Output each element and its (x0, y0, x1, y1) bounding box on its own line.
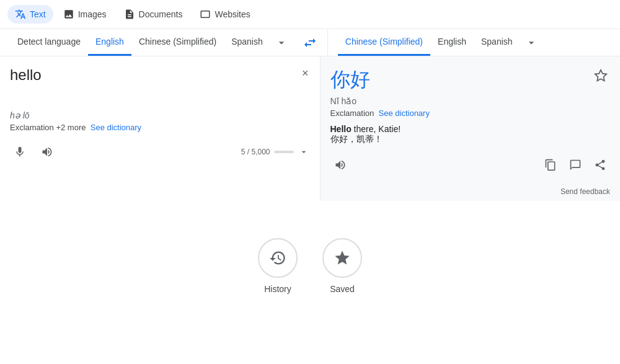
result-footer-actions (541, 155, 610, 175)
result-area: 你好 Nǐ hǎo Exclamation See dictionary Hel… (321, 56, 621, 201)
result-example: Hello there, Katie! (330, 124, 611, 134)
target-chinese-btn[interactable]: Chinese (Simplified) (338, 29, 430, 56)
result-pronunciation: Nǐ hǎo (330, 96, 611, 106)
source-english-btn[interactable]: English (88, 29, 131, 56)
document-icon (124, 9, 135, 20)
result-main-text: 你好 (330, 66, 370, 94)
source-more-btn[interactable] (298, 146, 310, 158)
tab-images[interactable]: Images (56, 5, 114, 24)
detect-lang-btn[interactable]: Detect language (10, 29, 88, 56)
result-meta: Exclamation See dictionary (330, 109, 611, 118)
result-example-zh: 你好，凯蒂！ (330, 134, 611, 145)
source-footer: 5 / 5,000 (10, 142, 310, 162)
history-item[interactable]: History (258, 238, 298, 294)
history-circle (258, 238, 298, 278)
tab-websites-label: Websites (215, 9, 250, 19)
history-label: History (264, 284, 291, 294)
tab-websites[interactable]: Websites (192, 5, 257, 24)
source-panel: hello × hə lō Exclamation +2 more See di… (0, 56, 321, 201)
send-feedback-link[interactable]: Send feedback (321, 185, 621, 201)
saved-label: Saved (330, 284, 355, 294)
language-bar: Detect language English Chinese (Simplif… (0, 29, 620, 56)
source-pronunciation: hə lō (10, 110, 310, 120)
source-chinese-btn[interactable]: Chinese (Simplified) (131, 29, 224, 56)
source-spanish-btn[interactable]: Spanish (224, 29, 270, 56)
source-meta-text: Exclamation (10, 123, 54, 132)
source-meta: Exclamation +2 more See dictionary (10, 123, 310, 132)
copy-btn[interactable] (541, 155, 560, 175)
source-see-dictionary-link[interactable]: See dictionary (91, 123, 141, 132)
translate-icon (15, 9, 26, 20)
bottom-section: History Saved (0, 201, 620, 319)
tab-documents[interactable]: Documents (117, 5, 190, 24)
result-footer (330, 155, 611, 175)
source-lang-panel: Detect language English Chinese (Simplif… (10, 29, 293, 56)
result-example-rest: there, Katie! (352, 124, 401, 134)
source-listen-btn[interactable] (37, 142, 57, 162)
swap-languages-btn[interactable] (293, 30, 327, 55)
result-see-dictionary-link[interactable]: See dictionary (379, 109, 430, 118)
top-nav: Text Images Documents Websites (0, 0, 620, 29)
target-spanish-btn[interactable]: Spanish (474, 29, 520, 56)
result-example-bold: Hello (330, 124, 352, 134)
char-count-text: 5 / 5,000 (241, 148, 270, 156)
result-panel: 你好 Nǐ hǎo Exclamation See dictionary Hel… (321, 56, 621, 185)
target-english-btn[interactable]: English (430, 29, 474, 56)
target-lang-panel: Chinese (Simplified) English Spanish (327, 29, 610, 56)
translate-area: hello × hə lō Exclamation +2 more See di… (0, 56, 620, 201)
source-meta-extra: +2 more (56, 123, 86, 132)
tab-text[interactable]: Text (7, 5, 53, 24)
saved-item[interactable]: Saved (322, 238, 362, 294)
tab-text-label: Text (30, 9, 46, 19)
clear-input-btn[interactable]: × (299, 65, 311, 81)
image-icon (63, 9, 74, 20)
share-btn[interactable] (590, 155, 610, 175)
result-listen-btn[interactable] (330, 155, 350, 175)
saved-circle (322, 238, 362, 278)
target-lang-dropdown-btn[interactable] (520, 30, 542, 55)
tab-images-label: Images (78, 9, 107, 19)
source-listen-mic-btn[interactable] (10, 142, 30, 162)
result-meta-text: Exclamation (330, 109, 374, 118)
char-count: 5 / 5,000 (241, 146, 310, 158)
website-icon (200, 9, 211, 20)
result-header: 你好 (330, 66, 611, 94)
char-progress-bar (274, 151, 294, 153)
star-btn[interactable] (591, 66, 610, 88)
source-lang-dropdown-btn[interactable] (270, 30, 293, 55)
tab-documents-label: Documents (139, 9, 183, 19)
translate-feedback-btn[interactable] (565, 155, 585, 175)
source-input[interactable]: hello (10, 66, 310, 104)
